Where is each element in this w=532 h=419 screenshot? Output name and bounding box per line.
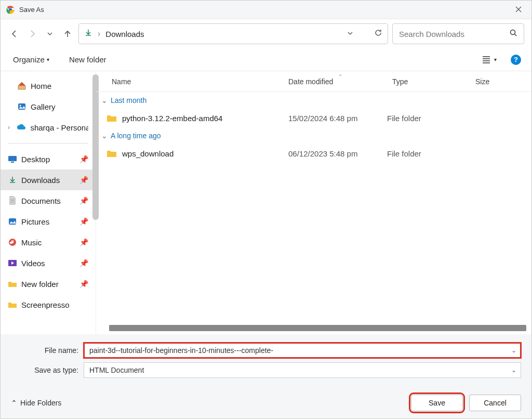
search-icon[interactable] [509, 29, 517, 39]
organize-button[interactable]: Organize▾ [11, 52, 51, 67]
pin-icon[interactable]: 📌 [79, 176, 88, 184]
back-icon[interactable] [8, 27, 21, 41]
pin-icon[interactable]: 📌 [79, 217, 88, 226]
pin-icon[interactable]: 📌 [79, 155, 88, 163]
group-last-month[interactable]: ⌄ Last month [96, 92, 531, 109]
file-date: 06/12/2023 5:48 pm [283, 149, 387, 158]
sidebar-item-new-folder[interactable]: New folder 📌 [1, 273, 96, 294]
pin-icon[interactable]: 📌 [79, 238, 88, 246]
breadcrumb-location: Downloads [105, 30, 342, 38]
file-type: File folder [387, 149, 470, 158]
sidebar-item-downloads[interactable]: Downloads 📌 [1, 169, 96, 190]
pin-icon[interactable]: 📌 [79, 197, 88, 205]
svg-point-2 [511, 30, 515, 35]
desktop-icon [8, 154, 17, 164]
downloads-location-icon [84, 29, 92, 39]
file-type: File folder [387, 114, 470, 123]
svg-point-4 [20, 105, 21, 107]
up-icon[interactable] [61, 27, 74, 41]
chevron-down-icon[interactable]: ⌄ [511, 366, 516, 374]
column-date[interactable]: ⌄ Date modified [288, 77, 392, 86]
filename-label: File name: [11, 346, 84, 355]
downloads-icon [8, 175, 17, 185]
filename-input[interactable]: paint-3d--tutorial-for-beginners-in-10-m… [84, 343, 521, 358]
sidebar-item-desktop[interactable]: Desktop 📌 [1, 149, 96, 169]
column-type[interactable]: Type [392, 77, 475, 86]
folder-icon [107, 114, 117, 122]
sidebar-item-videos[interactable]: Videos 📌 [1, 253, 96, 273]
recent-dropdown-icon[interactable] [43, 27, 57, 41]
group-long-ago[interactable]: ⌄ A long time ago [96, 127, 531, 144]
breadcrumb[interactable]: › Downloads [78, 23, 388, 44]
videos-icon [8, 258, 17, 268]
window-title: Save As [19, 6, 511, 14]
cancel-button[interactable]: Cancel [469, 395, 521, 411]
chevron-down-icon[interactable]: ⌄ [511, 347, 516, 354]
file-row[interactable]: python-3.12.2-embed-amd64 15/02/2024 6:4… [96, 109, 531, 127]
savetype-label: Save as type: [11, 366, 84, 374]
help-button[interactable]: ? [511, 55, 521, 65]
gallery-icon [17, 102, 26, 111]
cloud-icon [17, 123, 26, 132]
folder-icon [8, 279, 17, 289]
column-size[interactable]: Size [475, 77, 489, 86]
svg-rect-5 [8, 156, 17, 161]
music-icon [8, 238, 17, 247]
folder-icon [107, 149, 117, 158]
search-input[interactable] [399, 30, 509, 38]
folder-icon [8, 300, 17, 309]
column-headers[interactable]: Name ⌄ Date modified Type Size [96, 71, 531, 92]
pin-icon[interactable]: 📌 [79, 259, 88, 267]
search-box[interactable] [392, 23, 524, 44]
svg-rect-3 [18, 103, 25, 110]
new-folder-button[interactable]: New folder [67, 52, 109, 67]
breadcrumb-dropdown-icon[interactable] [347, 29, 353, 38]
refresh-icon[interactable] [374, 29, 382, 39]
close-icon[interactable] [511, 6, 526, 14]
sidebar-item-pictures[interactable]: Pictures 📌 [1, 211, 96, 232]
home-icon [17, 81, 26, 90]
hide-folders-button[interactable]: ⌃ Hide Folders [11, 399, 61, 407]
forward-icon[interactable] [25, 27, 39, 41]
sort-indicator-icon: ⌄ [338, 71, 342, 77]
sidebar-item-onedrive[interactable]: › sharqa - Personal [1, 117, 96, 138]
sidebar-item-gallery[interactable]: Gallery [1, 96, 96, 117]
chrome-icon [6, 5, 15, 15]
file-name: wps_download [122, 149, 174, 158]
sidebar-item-music[interactable]: Music 📌 [1, 232, 96, 253]
chevron-right-icon: › [98, 29, 100, 38]
view-options-button[interactable]: ▾ [481, 51, 498, 69]
sidebar-item-home[interactable]: Home [1, 75, 96, 96]
chevron-down-icon: ⌄ [101, 132, 108, 140]
column-name[interactable]: Name [112, 77, 288, 86]
horizontal-scrollbar[interactable] [109, 325, 526, 331]
savetype-select[interactable]: HTML Document ⌄ [84, 362, 521, 378]
file-row[interactable]: wps_download 06/12/2023 5:48 pm File fol… [96, 144, 531, 163]
chevron-down-icon: ⌄ [101, 96, 108, 104]
pin-icon[interactable]: 📌 [79, 280, 88, 288]
sidebar-item-documents[interactable]: Documents 📌 [1, 190, 96, 211]
sidebar-item-screenpresso[interactable]: Screenpresso [1, 294, 96, 315]
chevron-up-icon: ⌃ [11, 399, 17, 407]
svg-rect-7 [9, 218, 16, 225]
svg-rect-6 [11, 162, 14, 163]
file-date: 15/02/2024 6:48 pm [283, 114, 387, 123]
pictures-icon [8, 217, 17, 226]
documents-icon [8, 196, 17, 205]
file-name: python-3.12.2-embed-amd64 [122, 114, 222, 123]
save-button[interactable]: Save [411, 395, 463, 411]
